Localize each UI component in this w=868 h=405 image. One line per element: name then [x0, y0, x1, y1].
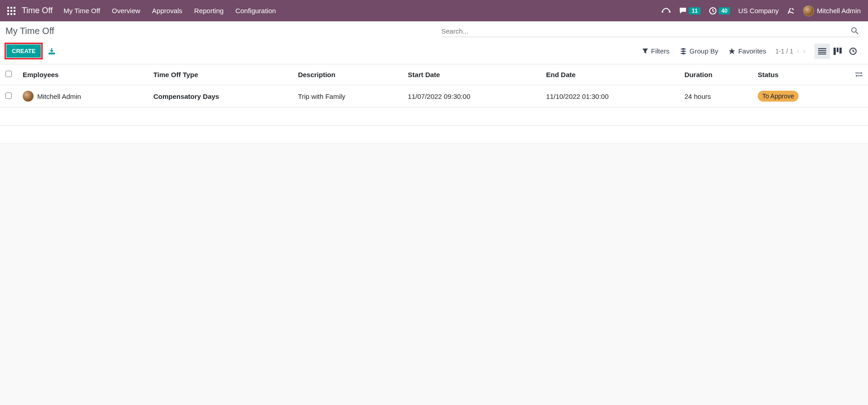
view-switch	[814, 44, 861, 59]
app-brand[interactable]: Time Off	[22, 6, 53, 15]
svg-rect-19	[837, 48, 839, 52]
svg-rect-18	[834, 48, 836, 55]
cell-description: Trip with Family	[293, 85, 402, 107]
table-footer-band	[0, 107, 868, 126]
svg-rect-24	[858, 75, 863, 76]
nav-overview[interactable]: Overview	[112, 7, 141, 15]
filters-button[interactable]: Filters	[642, 47, 670, 55]
user-name: Mitchell Admin	[817, 7, 861, 15]
user-menu[interactable]: Mitchell Admin	[803, 5, 861, 16]
svg-rect-5	[14, 10, 15, 12]
nav-configuration[interactable]: Configuration	[235, 7, 276, 15]
control-panel: My Time Off Create Filters Group By	[0, 21, 868, 64]
nav-approvals[interactable]: Approvals	[152, 7, 182, 15]
filters-label: Filters	[651, 47, 670, 55]
row-checkbox[interactable]	[5, 93, 12, 99]
avatar	[803, 5, 814, 16]
groupby-button[interactable]: Group By	[680, 47, 718, 55]
records-table: Employees Time Off Type Description Star…	[0, 64, 868, 107]
col-status[interactable]: Status	[752, 64, 850, 85]
company-selector[interactable]: US Company	[738, 7, 779, 15]
col-start-date[interactable]: Start Date	[402, 64, 541, 85]
col-type[interactable]: Time Off Type	[148, 64, 293, 85]
svg-rect-7	[10, 13, 12, 15]
search-bar[interactable]	[441, 26, 861, 37]
messages-icon[interactable]: 11	[679, 7, 700, 15]
status-badge: To Approve	[758, 91, 799, 102]
svg-rect-8	[14, 13, 15, 15]
employee-name: Mitchell Admin	[37, 93, 81, 100]
favorites-button[interactable]: Favorites	[728, 47, 766, 55]
svg-line-13	[856, 32, 858, 34]
nav-my-time-off[interactable]: My Time Off	[64, 7, 100, 15]
search-input[interactable]	[441, 27, 849, 35]
pager-text: 1-1 / 1	[775, 48, 794, 55]
activity-view-button[interactable]	[845, 44, 861, 59]
svg-rect-14	[818, 48, 826, 49]
col-end-date[interactable]: End Date	[541, 64, 679, 85]
list-view-button[interactable]	[814, 44, 830, 59]
svg-point-9	[662, 11, 663, 13]
svg-rect-15	[818, 50, 826, 51]
svg-rect-6	[7, 13, 9, 15]
page-title: My Time Off	[5, 26, 54, 36]
activities-badge: 40	[719, 7, 730, 15]
svg-rect-4	[10, 10, 12, 12]
svg-rect-16	[818, 52, 826, 53]
import-icon[interactable]	[48, 48, 55, 55]
optional-columns-button[interactable]	[850, 64, 868, 85]
cell-end-date: 11/10/2022 01:30:00	[541, 85, 679, 107]
svg-rect-17	[818, 54, 826, 54]
employee-avatar	[23, 91, 34, 102]
svg-rect-1	[10, 7, 12, 9]
select-all-checkbox[interactable]	[5, 71, 12, 77]
svg-point-10	[669, 11, 671, 13]
pager: 1-1 / 1 ‹ ›	[775, 47, 805, 55]
svg-rect-3	[7, 10, 9, 12]
cell-type: Compensatory Days	[148, 85, 293, 107]
messages-badge: 11	[689, 7, 700, 15]
kanban-view-button[interactable]	[830, 44, 845, 59]
search-icon[interactable]	[849, 27, 861, 35]
pager-prev[interactable]: ‹	[797, 47, 799, 55]
create-button-highlight: Create	[5, 43, 43, 59]
create-button[interactable]: Create	[6, 44, 41, 58]
svg-point-12	[852, 28, 856, 32]
svg-rect-0	[7, 7, 9, 9]
col-duration[interactable]: Duration	[679, 64, 752, 85]
groupby-label: Group By	[690, 47, 718, 55]
col-employees[interactable]: Employees	[17, 64, 148, 85]
debug-icon[interactable]	[787, 7, 795, 15]
nav-reporting[interactable]: Reporting	[194, 7, 224, 15]
apps-icon[interactable]	[7, 7, 15, 15]
top-navbar: Time Off My Time Off Overview Approvals …	[0, 0, 868, 21]
spacer-band	[0, 126, 868, 144]
activities-icon[interactable]: 40	[709, 7, 730, 15]
cell-start-date: 11/07/2022 09:30:00	[402, 85, 541, 107]
svg-rect-2	[14, 7, 15, 9]
table-header-row: Employees Time Off Type Description Star…	[0, 64, 868, 85]
support-icon[interactable]	[662, 8, 671, 14]
pager-next[interactable]: ›	[803, 47, 805, 55]
nav-links: My Time Off Overview Approvals Reporting…	[64, 7, 276, 15]
svg-point-25	[856, 75, 858, 77]
col-description[interactable]: Description	[293, 64, 402, 85]
svg-point-23	[860, 72, 862, 74]
svg-rect-22	[855, 73, 860, 73]
cell-duration: 24 hours	[679, 85, 752, 107]
favorites-label: Favorites	[738, 47, 766, 55]
svg-rect-20	[839, 48, 842, 54]
table-row[interactable]: Mitchell Admin Compensatory Days Trip wi…	[0, 85, 868, 107]
